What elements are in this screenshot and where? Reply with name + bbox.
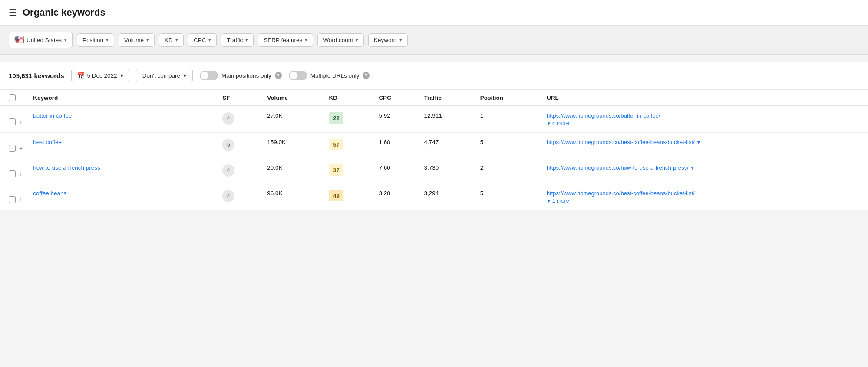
chevron-down-icon: ▾	[356, 37, 358, 43]
chevron-down-icon: ▼	[696, 140, 701, 145]
compare-button[interactable]: Don't compare ▾	[136, 69, 193, 82]
more-urls-link[interactable]: ▼ 1 more	[547, 198, 863, 204]
row-checkbox[interactable]	[9, 145, 16, 152]
main-positions-label: Main positions only	[221, 72, 271, 79]
kd-cell: 22	[323, 106, 373, 133]
filter-word-count[interactable]: Word count ▾	[317, 33, 364, 47]
row-checkbox[interactable]	[9, 118, 16, 125]
url-link[interactable]: https://www.homegrounds.co/how-to-use-a-…	[547, 164, 689, 171]
kd-badge: 49	[329, 190, 343, 201]
add-keyword-icon[interactable]: +	[19, 197, 23, 203]
filter-volume-label: Volume	[124, 37, 144, 43]
row-checkbox[interactable]	[9, 196, 16, 203]
row-select-cell: +	[0, 158, 28, 184]
url-link[interactable]: https://www.homegrounds.co/butter-in-cof…	[547, 112, 660, 119]
toolbar: 105,631 keywords 📅 5 Dec 2022 ▾ Don't co…	[0, 62, 868, 90]
multiple-urls-label: Multiple URLs only	[310, 72, 360, 79]
row-checkbox[interactable]	[9, 170, 16, 177]
sf-badge: 4	[222, 112, 234, 125]
main-positions-toggle-group: Main positions only ?	[200, 71, 282, 80]
add-keyword-icon[interactable]: +	[19, 119, 23, 125]
sf-cell: 4	[217, 184, 262, 210]
url-link[interactable]: https://www.homegrounds.co/best-coffee-b…	[547, 190, 695, 197]
volume-cell: 159.0K	[262, 133, 323, 158]
chevron-down-icon: ▾	[175, 37, 178, 43]
filter-keyword[interactable]: Keyword ▾	[368, 33, 408, 47]
add-keyword-icon[interactable]: +	[19, 171, 23, 177]
filters-bar: 🇺🇸 United States ▾ Position ▾ Volume ▾ K…	[0, 26, 868, 55]
filter-kd[interactable]: KD ▾	[159, 33, 184, 47]
multiple-urls-toggle[interactable]	[289, 71, 307, 80]
row-select-cell: +	[0, 133, 28, 158]
more-urls-link[interactable]: ▼ 4 more	[547, 120, 863, 126]
main-positions-help-icon[interactable]: ?	[275, 72, 282, 79]
position-cell: 5	[475, 184, 541, 210]
url-cell: https://www.homegrounds.co/best-coffee-b…	[541, 133, 868, 158]
kd-badge: 37	[329, 164, 343, 176]
calendar-icon: 📅	[77, 72, 84, 79]
row-select-cell: +	[0, 184, 28, 210]
add-keyword-icon[interactable]: +	[19, 145, 23, 151]
col-volume: Volume	[262, 90, 323, 106]
position-cell: 1	[475, 106, 541, 133]
filter-serp-features[interactable]: SERP features ▾	[258, 33, 313, 47]
filter-word-count-label: Word count	[323, 37, 353, 43]
filter-cpc[interactable]: CPC ▾	[188, 33, 217, 47]
filter-cpc-label: CPC	[194, 37, 206, 43]
date-picker-button[interactable]: 📅 5 Dec 2022 ▾	[71, 69, 129, 82]
keyword-link[interactable]: how to use a french press	[33, 164, 100, 171]
filter-volume[interactable]: Volume ▾	[119, 33, 155, 47]
traffic-cell: 12,911	[419, 106, 475, 133]
triangle-down-icon: ▼	[547, 121, 551, 126]
page-title: Organic keywords	[23, 7, 106, 18]
keyword-count: 105,631 keywords	[9, 72, 64, 79]
chevron-down-icon: ▾	[305, 37, 307, 43]
triangle-down-icon: ▼	[547, 199, 551, 203]
col-kd: KD	[323, 90, 373, 106]
chevron-down-icon: ▾	[245, 37, 248, 43]
chevron-down-icon: ▾	[208, 37, 211, 43]
keyword-link[interactable]: best coffee	[33, 139, 62, 145]
keyword-cell: best coffee	[28, 133, 217, 158]
keyword-link[interactable]: coffee beans	[33, 190, 66, 197]
cpc-cell: 7.60	[373, 158, 419, 184]
chevron-down-icon: ▾	[146, 37, 149, 43]
sf-badge: 4	[222, 190, 234, 202]
us-flag-icon: 🇺🇸	[14, 35, 24, 45]
chevron-down-icon: ▼	[690, 165, 695, 170]
sf-cell: 4	[217, 106, 262, 133]
cpc-cell: 3.28	[373, 184, 419, 210]
kd-cell: 37	[323, 158, 373, 184]
url-link[interactable]: https://www.homegrounds.co/best-coffee-b…	[547, 139, 695, 145]
sf-cell: 5	[217, 133, 262, 158]
multiple-urls-toggle-group: Multiple URLs only ?	[289, 71, 370, 80]
main-positions-toggle[interactable]	[200, 71, 218, 80]
table-row: + coffee beans496.0K493.283,2945https://…	[0, 184, 868, 210]
traffic-cell: 4,747	[419, 133, 475, 158]
keyword-link[interactable]: butter in coffee	[33, 112, 72, 119]
col-traffic: Traffic	[419, 90, 475, 106]
volume-cell: 96.0K	[262, 184, 323, 210]
select-all-checkbox[interactable]	[9, 94, 16, 101]
filter-traffic[interactable]: Traffic ▾	[221, 33, 254, 47]
row-select-cell: +	[0, 106, 28, 133]
menu-icon[interactable]: ☰	[9, 7, 17, 18]
filter-keyword-label: Keyword	[374, 37, 397, 43]
filter-country[interactable]: 🇺🇸 United States ▾	[9, 32, 73, 48]
sf-badge: 4	[222, 164, 234, 177]
compare-label: Don't compare	[142, 72, 180, 79]
volume-cell: 20.0K	[262, 158, 323, 184]
filter-country-label: United States	[26, 37, 62, 43]
sf-cell: 4	[217, 158, 262, 184]
traffic-cell: 3,294	[419, 184, 475, 210]
filter-kd-label: KD	[165, 37, 173, 43]
filter-position-label: Position	[83, 37, 103, 43]
keyword-cell: butter in coffee	[28, 106, 217, 133]
position-cell: 5	[475, 133, 541, 158]
table-row: + butter in coffee427.0K225.9212,9111htt…	[0, 106, 868, 133]
multiple-urls-help-icon[interactable]: ?	[363, 72, 370, 79]
cpc-cell: 1.68	[373, 133, 419, 158]
filter-position[interactable]: Position ▾	[77, 33, 114, 47]
filter-traffic-label: Traffic	[227, 37, 243, 43]
filter-serp-features-label: SERP features	[264, 37, 302, 43]
